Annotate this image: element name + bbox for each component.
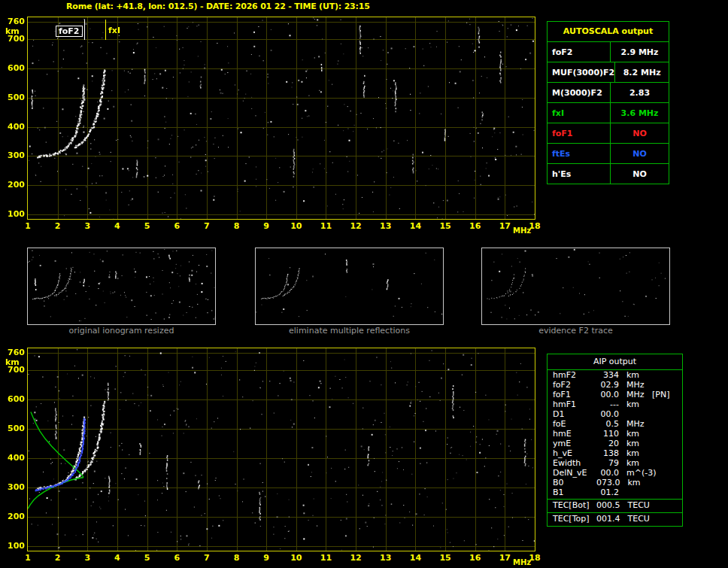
aip-row-hmF2: hmF2334km xyxy=(548,370,682,380)
profile-y-tick-400: 400 xyxy=(2,454,25,463)
aip-unit: km xyxy=(628,478,652,488)
ionogram-y-tick-500: 500 xyxy=(2,93,25,102)
autoscala-row-MUF(3000)F2: MUF(3000)F28.2 MHz xyxy=(548,62,669,82)
aip-unit: km xyxy=(626,439,651,448)
aip-unit: km xyxy=(626,429,651,439)
aip-unit: km xyxy=(626,370,651,380)
panel-evidence-f2-trace xyxy=(481,248,670,325)
aip-value: 110 xyxy=(596,429,619,439)
aip-label: TEC[Bot] xyxy=(553,500,596,511)
aip-label: h_vE xyxy=(553,448,596,458)
aip-value: --- xyxy=(596,399,619,409)
aip-unit: MHz xyxy=(626,419,651,429)
aip-row-D1: D100.0 xyxy=(548,409,682,419)
panel-eliminate-reflections-canvas xyxy=(256,248,443,321)
aip-row-B0: B0073.0km xyxy=(548,478,682,488)
ionogram-x-tick-16: 16 xyxy=(469,222,481,231)
aip-row-TEC[Top]: TEC[Top]001.4TECU xyxy=(548,514,682,524)
aip-label: foF1 xyxy=(553,390,596,399)
autoscala-param-name: MUF(3000)F2 xyxy=(548,62,615,82)
autoscala-row-ftEs: ftEsNO xyxy=(548,143,669,163)
profile-y-tick-100: 100 xyxy=(2,542,25,551)
aip-unit: MHz xyxy=(626,390,651,399)
ionogram-x-tick-8: 8 xyxy=(234,222,240,231)
autoscala-param-name: M(3000)F2 xyxy=(548,83,611,102)
profile-y-tick-300: 300 xyxy=(2,483,25,492)
autoscala-param-name: foF2 xyxy=(548,42,611,62)
aip-row-TEC[Bot]: TEC[Bot]000.5TECU xyxy=(548,500,682,511)
autoscala-output-table: AUTOSCALA output foF22.9 MHzMUF(3000)F28… xyxy=(547,21,669,184)
aip-value: 0.5 xyxy=(596,419,619,429)
aip-row-B1: B101.2 xyxy=(548,488,682,497)
aip-unit: km xyxy=(626,458,651,468)
aip-label: Ewidth xyxy=(553,458,596,468)
aip-unit: MHz xyxy=(626,380,651,390)
aip-table-header: AIP output xyxy=(548,354,682,370)
autoscala-param-name: ftEs xyxy=(548,144,611,163)
profile-x-tick-6: 6 xyxy=(174,554,180,563)
profile-x-tick-5: 5 xyxy=(144,554,150,563)
aip-table-rows: hmF2334kmfoF202.9MHzfoF100.0MHz[PN]hmF1-… xyxy=(548,370,682,524)
ionogram-x-unit-label: MHz xyxy=(513,226,531,235)
aip-value: 00.0 xyxy=(596,390,619,399)
aip-value: 02.9 xyxy=(596,380,619,390)
aip-value: 001.4 xyxy=(596,514,620,524)
autoscala-param-value: 8.2 MHz xyxy=(615,62,669,82)
aip-note: [PN] xyxy=(652,390,669,399)
aip-value: 01.2 xyxy=(596,488,619,497)
ionogram-canvas xyxy=(28,17,535,219)
autoscala-app-window: { "title": "Rome (lat: +41.8, lon: 012.5… xyxy=(0,0,728,568)
aip-row-hmE: hmE110km xyxy=(548,429,682,439)
panel-caption-evidence: evidence F2 trace xyxy=(481,326,670,336)
autoscala-row-foF1: foF1NO xyxy=(548,123,669,143)
aip-unit: TECU xyxy=(628,500,652,511)
profile-x-tick-11: 11 xyxy=(320,554,332,563)
ionogram-x-tick-4: 4 xyxy=(114,222,120,231)
ionogram-x-tick-2: 2 xyxy=(55,222,61,231)
autoscala-param-value: 2.83 xyxy=(611,83,669,102)
panel-original-ionogram-canvas xyxy=(28,248,215,321)
ionogram-x-tick-10: 10 xyxy=(290,222,302,231)
aip-value: 073.0 xyxy=(596,478,620,488)
profile-y-tick-600: 600 xyxy=(2,395,25,404)
autoscala-param-name: fxI xyxy=(548,103,611,123)
ionogram-y-unit-label: km xyxy=(5,27,20,36)
autoscala-param-name: foF1 xyxy=(548,123,611,143)
ionogram-x-tick-7: 7 xyxy=(204,222,210,231)
ionogram-x-tick-5: 5 xyxy=(144,222,150,231)
profile-y-unit-label: km xyxy=(5,358,20,367)
ionogram-x-tick-11: 11 xyxy=(320,222,332,231)
aip-row-hmF1: hmF1---km xyxy=(548,399,682,409)
profile-y-tick-200: 200 xyxy=(2,512,25,521)
panel-eliminate-reflections xyxy=(255,248,444,325)
profile-x-tick-9: 9 xyxy=(263,554,269,563)
aip-label: foE xyxy=(553,419,596,429)
aip-label: hmF2 xyxy=(553,370,596,380)
ionogram-y-tick-100: 100 xyxy=(2,210,25,219)
autoscala-row-fxI: fxI3.6 MHz xyxy=(548,102,669,123)
aip-label: D1 xyxy=(553,409,596,419)
panel-original-ionogram xyxy=(27,248,216,325)
ionogram-plot: foF2fxI xyxy=(27,17,535,220)
aip-unit xyxy=(626,409,651,419)
profile-x-tick-2: 2 xyxy=(55,554,61,563)
profile-y-tick-500: 500 xyxy=(2,424,25,433)
aip-value: 20 xyxy=(596,439,619,448)
profile-x-tick-17: 17 xyxy=(499,554,511,563)
aip-label: hmE xyxy=(553,429,596,439)
ionogram-x-tick-1: 1 xyxy=(25,222,31,231)
aip-value: 00.0 xyxy=(596,409,619,419)
profile-x-tick-8: 8 xyxy=(234,554,240,563)
profile-x-tick-4: 4 xyxy=(114,554,120,563)
aip-unit: km xyxy=(626,448,651,458)
profile-x-tick-13: 13 xyxy=(380,554,391,563)
aip-row-h_vE: h_vE138km xyxy=(548,448,682,458)
autoscala-param-value: NO xyxy=(611,164,669,184)
profile-x-tick-12: 12 xyxy=(350,554,361,563)
aip-row-foF1: foF100.0MHz[PN] xyxy=(548,390,682,399)
aip-output-table: AIP output hmF2334kmfoF202.9MHzfoF100.0M… xyxy=(547,354,683,527)
aip-label: hmF1 xyxy=(553,399,596,409)
ionogram-x-tick-15: 15 xyxy=(439,222,450,231)
aip-value: 79 xyxy=(596,458,619,468)
profile-x-tick-10: 10 xyxy=(290,554,302,563)
